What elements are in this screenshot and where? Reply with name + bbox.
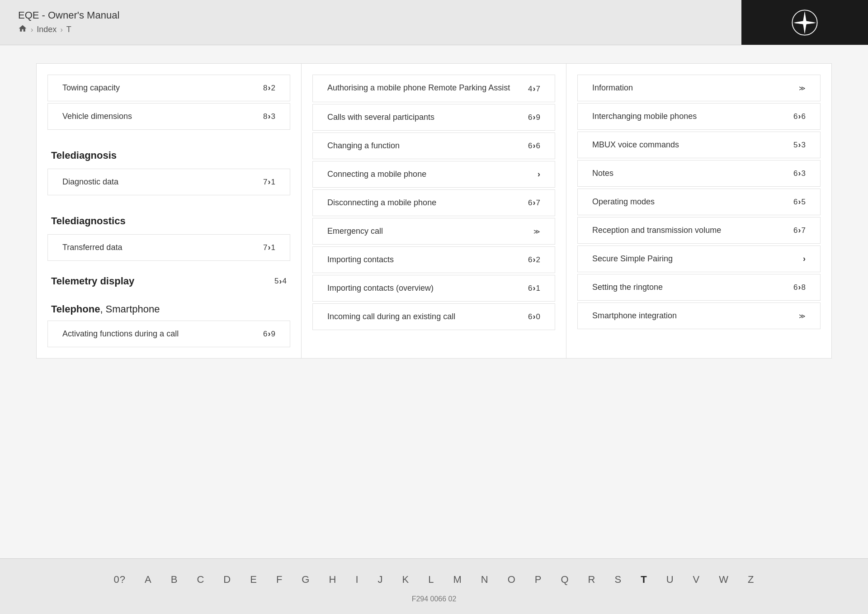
alpha-item[interactable]: L xyxy=(419,570,443,590)
section-header-telemetry: Telemetry display xyxy=(51,275,134,287)
list-item[interactable]: Information xyxy=(577,75,821,101)
header-right xyxy=(687,0,868,45)
list-item[interactable]: Importing contacts 62 xyxy=(312,246,555,273)
alpha-item[interactable]: H xyxy=(319,570,346,590)
list-item[interactable]: MBUX voice commands 53 xyxy=(577,132,821,158)
header-logo-bg xyxy=(741,0,868,45)
mercedes-logo xyxy=(791,9,818,36)
alpha-item[interactable]: P xyxy=(525,570,552,590)
list-item[interactable]: Calls with several participants 69 xyxy=(312,104,555,131)
alpha-item[interactable]: U xyxy=(657,570,684,590)
list-item[interactable]: Authorising a mobile phone Remote Parkin… xyxy=(312,75,555,102)
list-item[interactable]: Vehicle dimensions 83 xyxy=(47,103,290,130)
breadcrumb-sep-1: › xyxy=(31,26,33,34)
header-left: EQE - Owner's Manual › Index › T xyxy=(0,2,137,43)
document-id: F294 0066 02 xyxy=(0,595,868,603)
alpha-item[interactable]: D xyxy=(214,570,241,590)
breadcrumb: › Index › T xyxy=(18,24,119,35)
header-triangle xyxy=(687,0,741,45)
section-header-telediagnostics: Telediagnostics xyxy=(37,204,301,232)
list-item[interactable]: Disconnecting a mobile phone 67 xyxy=(312,189,555,216)
alpha-item[interactable]: K xyxy=(393,570,419,590)
alpha-item[interactable]: 0? xyxy=(104,570,135,590)
alpha-item[interactable]: W xyxy=(709,570,738,590)
breadcrumb-index[interactable]: Index xyxy=(37,25,57,34)
list-item[interactable]: Reception and transmission volume 67 xyxy=(577,217,821,244)
list-item[interactable]: Changing a function 66 xyxy=(312,132,555,159)
alpha-item[interactable]: O xyxy=(498,570,525,590)
alpha-item[interactable]: J xyxy=(368,570,393,590)
alpha-item-active[interactable]: T xyxy=(631,570,656,590)
list-item[interactable]: Operating modes 65 xyxy=(577,189,821,215)
alpha-item[interactable]: S xyxy=(605,570,631,590)
header: EQE - Owner's Manual › Index › T xyxy=(0,0,868,45)
alpha-item[interactable]: I xyxy=(346,570,368,590)
alpha-item[interactable]: R xyxy=(579,570,605,590)
breadcrumb-sep-2: › xyxy=(60,26,62,34)
list-item[interactable]: Connecting a mobile phone xyxy=(312,161,555,188)
section-header-telediagnosis: Telediagnosis xyxy=(37,139,301,167)
list-item[interactable]: Secure Simple Pairing xyxy=(577,246,821,272)
alpha-item[interactable]: M xyxy=(443,570,471,590)
alpha-item[interactable]: Q xyxy=(551,570,578,590)
list-item[interactable]: Smartphone integration xyxy=(577,302,821,329)
alpha-item[interactable]: F xyxy=(267,570,292,590)
alphabet-nav: 0? A B C D E F G H I J K L M N O P Q R S… xyxy=(0,570,868,590)
alpha-item[interactable]: G xyxy=(292,570,319,590)
list-item[interactable]: Incoming call during an existing call 60 xyxy=(312,303,555,330)
alpha-item[interactable]: A xyxy=(135,570,161,590)
alpha-item[interactable]: Z xyxy=(738,570,764,590)
alpha-item[interactable]: B xyxy=(161,570,188,590)
main-content: Towing capacity 82 Vehicle dimensions 83… xyxy=(0,45,868,558)
alpha-item[interactable]: V xyxy=(684,570,710,590)
header-title: EQE - Owner's Manual xyxy=(18,9,119,21)
list-item[interactable]: Notes 63 xyxy=(577,160,821,187)
footer: 0? A B C D E F G H I J K L M N O P Q R S… xyxy=(0,558,868,614)
list-item[interactable]: Towing capacity 82 xyxy=(47,75,290,101)
alpha-item[interactable]: N xyxy=(472,570,498,590)
column-2: Authorising a mobile phone Remote Parkin… xyxy=(302,64,566,358)
alpha-item[interactable]: C xyxy=(187,570,214,590)
list-item[interactable]: Diagnostic data 71 xyxy=(47,169,290,195)
list-item[interactable]: Importing contacts (overview) 61 xyxy=(312,275,555,302)
list-item[interactable]: Interchanging mobile phones 66 xyxy=(577,103,821,130)
column-1: Towing capacity 82 Vehicle dimensions 83… xyxy=(37,64,302,358)
list-item[interactable]: Setting the ringtone 68 xyxy=(577,274,821,301)
breadcrumb-current: T xyxy=(66,25,71,34)
list-item[interactable]: Activating functions during a call 69 xyxy=(47,321,290,347)
home-icon[interactable] xyxy=(18,24,27,35)
column-3: Information Interchanging mobile phones … xyxy=(566,64,831,358)
list-item[interactable]: Emergency call xyxy=(312,218,555,245)
list-item[interactable]: Transferred data 71 xyxy=(47,234,290,261)
alpha-item[interactable]: E xyxy=(241,570,267,590)
index-columns: Towing capacity 82 Vehicle dimensions 83… xyxy=(36,63,832,359)
section-header-telephone: Telephone xyxy=(51,303,100,315)
